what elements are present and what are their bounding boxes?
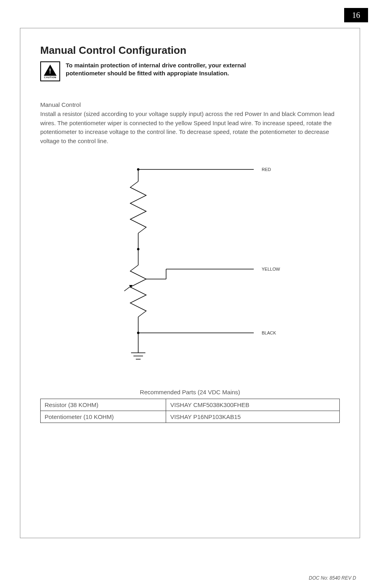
table-caption: Recommended Parts (24 VDC Mains): [40, 389, 340, 395]
warning-text: To maintain protection of internal drive…: [66, 61, 246, 78]
caution-triangle-icon: [44, 65, 57, 76]
caution-label: CAUTION: [44, 76, 57, 79]
body-text: Install a resistor (sized according to y…: [40, 110, 340, 146]
section-label: Manual Control: [40, 101, 340, 108]
table-cell: Potentiometer (10 KOHM): [41, 411, 166, 423]
wire-label-red: RED: [262, 167, 271, 172]
table-cell: VISHAY CMF5038K300FHEB: [166, 399, 340, 411]
warning-line-2: potentiometer should be fitted with appr…: [66, 70, 229, 77]
parts-table: Resistor (38 KOHM) VISHAY CMF5038K300FHE…: [40, 399, 340, 423]
page-number: 16: [352, 11, 360, 20]
table-cell: Resistor (38 KOHM): [41, 399, 166, 411]
table-cell: VISHAY P16NP103KAB15: [166, 411, 340, 423]
wire-label-yellow: YELLOW: [262, 267, 280, 271]
page-title: Manual Control Configuration: [40, 44, 340, 57]
warning-row: CAUTION To maintain protection of intern…: [40, 61, 340, 81]
page-frame: Manual Control Configuration CAUTION To …: [20, 28, 360, 538]
caution-icon: CAUTION: [40, 61, 60, 81]
schematic-diagram: RED YELLOW BLACK: [86, 161, 294, 377]
page-number-tab: 16: [344, 8, 368, 22]
table-row: Resistor (38 KOHM) VISHAY CMF5038K300FHE…: [41, 399, 340, 411]
warning-line-1: To maintain protection of internal drive…: [66, 62, 246, 69]
table-row: Potentiometer (10 KOHM) VISHAY P16NP103K…: [41, 411, 340, 423]
wire-label-black: BLACK: [262, 330, 276, 335]
